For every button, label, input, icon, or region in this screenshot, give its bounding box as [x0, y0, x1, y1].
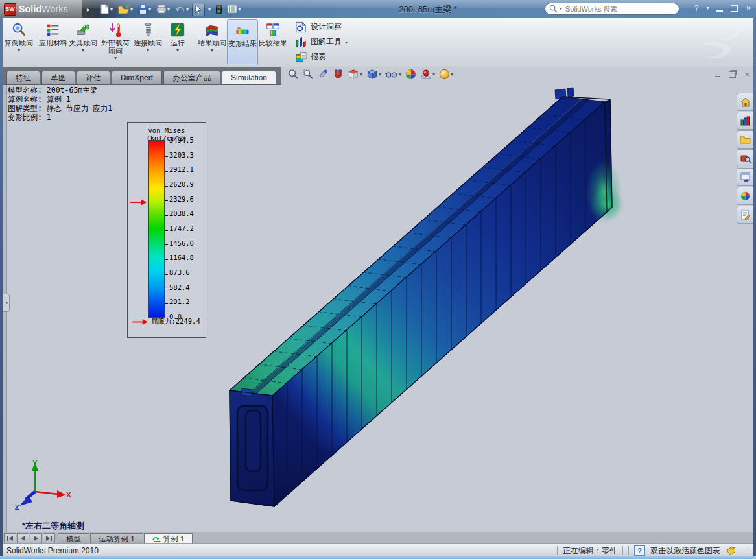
ribbon-button-fixtures-advisor[interactable]: 夹具顾问 ▾	[68, 19, 98, 65]
chevron-down-icon[interactable]: ▾	[176, 47, 179, 53]
ribbon-button-apply-material[interactable]: 应用材料	[38, 19, 68, 65]
model-name-line: 模型名称: 200t-65m主梁	[8, 86, 112, 95]
chevron-down-icon[interactable]: ▾	[148, 6, 151, 12]
chevron-down-icon[interactable]: ▾	[451, 71, 453, 77]
zoom-fit-button[interactable]	[288, 69, 299, 80]
chevron-down-icon[interactable]: ▾	[238, 6, 241, 12]
previous-tab-button[interactable]	[17, 533, 29, 543]
save-button[interactable]: ▾	[136, 3, 153, 16]
tab-simulation[interactable]: Simulation	[222, 71, 276, 84]
plot-header-info: 模型名称: 200t-65m主梁算例名称: 算例 1图解类型: 静态 节应力 应…	[8, 86, 112, 122]
solidworks-resources-button[interactable]	[737, 93, 753, 111]
ribbon-button-design-insight[interactable]: 设计洞察	[295, 21, 348, 33]
options-button[interactable]: ▾	[225, 3, 242, 15]
ribbon-button-results-advisor[interactable]: 结果顾问 ▾	[197, 19, 227, 65]
edit-appearance-button[interactable]	[405, 69, 416, 80]
chevron-down-icon[interactable]: ▾	[379, 71, 381, 77]
chevron-down-icon[interactable]: ▾	[706, 5, 709, 11]
chevron-down-icon[interactable]: ▾	[110, 6, 113, 12]
zoom-area-button[interactable]	[303, 69, 314, 80]
doc-tab-model[interactable]: 模型	[58, 533, 89, 544]
ribbon-button-label: 外部载荷顾问	[98, 39, 133, 54]
doc-tab-motion-study[interactable]: 运动算例 1	[90, 533, 143, 544]
ribbon-button-run[interactable]: 运行 ▾	[163, 19, 193, 65]
design-library-button[interactable]	[737, 112, 753, 130]
view-settings-icon	[439, 69, 450, 80]
minimize-button[interactable]	[716, 5, 723, 12]
legend-tick	[165, 186, 168, 187]
first-tab-button[interactable]	[4, 533, 16, 543]
tab-features[interactable]: 特征	[6, 71, 40, 84]
select-dropdown[interactable]: ▾	[206, 5, 213, 14]
tab-office-products[interactable]: 办公室产品	[163, 71, 220, 84]
doc-restore-button[interactable]	[729, 71, 736, 78]
new-document-button[interactable]: ▾	[98, 3, 115, 16]
file-explorer-button[interactable]	[737, 130, 753, 149]
print-button[interactable]: ▾	[154, 3, 172, 15]
solidworks-search-button[interactable]	[737, 149, 753, 167]
undo-button[interactable]: ▾	[173, 3, 191, 15]
splitter-handle[interactable]: ◂	[3, 294, 10, 312]
rebuild-button[interactable]	[214, 3, 224, 16]
resize-grip[interactable]: ⋰	[743, 547, 750, 554]
display-style-button[interactable]: ▾	[366, 69, 381, 80]
chevron-down-icon[interactable]: ▾	[345, 40, 348, 45]
fixtures-advisor-icon	[75, 21, 91, 38]
previous-view-button[interactable]	[318, 69, 329, 80]
ribbon-button-deformed-result[interactable]: 变形结果	[227, 19, 258, 65]
view-settings-button[interactable]: ▾	[439, 69, 453, 80]
section-view-button[interactable]	[333, 69, 344, 80]
chevron-down-icon[interactable]: ▾	[114, 55, 117, 61]
chevron-down-icon[interactable]: ▾	[399, 71, 401, 77]
apply-scene-button[interactable]: ▾	[420, 69, 435, 80]
doc-close-button[interactable]: ×	[744, 69, 750, 79]
ribbon-button-compare-results[interactable]: 比较结果	[258, 19, 288, 65]
chevron-down-icon[interactable]: ▾	[82, 47, 84, 53]
tab-evaluate[interactable]: 评估	[77, 71, 110, 84]
quick-tip-help-icon[interactable]: ?	[634, 545, 645, 556]
chevron-down-icon[interactable]: ▾	[130, 6, 133, 12]
legend-value: 2620.9	[169, 180, 204, 188]
ribbon-button-plot-tools[interactable]: 图解工具 ▾	[295, 36, 348, 48]
chevron-down-icon[interactable]: ▾	[18, 47, 20, 53]
ribbon-button-report[interactable]: 报表	[295, 51, 348, 63]
ribbon-button-external-loads-advisor[interactable]: 外部载荷顾问 ▾	[98, 19, 133, 65]
status-bar: SolidWorks Premium 2010 正在编辑：零件 ? 双击以激活颜…	[3, 543, 753, 557]
custom-properties-button[interactable]	[737, 206, 753, 224]
chevron-down-icon[interactable]: ▾	[360, 71, 362, 77]
tab-dimxpert[interactable]: DimXpert	[112, 71, 162, 84]
last-tab-button[interactable]	[43, 533, 55, 543]
chevron-down-icon[interactable]: ▾	[560, 6, 562, 12]
chevron-down-icon[interactable]: ▾	[186, 6, 189, 12]
chevron-down-icon[interactable]: ▾	[211, 47, 213, 53]
ribbon-button-connections-advisor[interactable]: 连接顾问 ▾	[133, 19, 163, 65]
heads-up-view-toolbar: ▾ ▾ ▾ ▾ ▾	[288, 69, 453, 80]
view-palette-button[interactable]	[737, 168, 753, 186]
view-orientation-button[interactable]: ▾	[348, 69, 362, 80]
next-tab-button[interactable]	[30, 533, 42, 543]
hide-show-items-button[interactable]: ▾	[385, 69, 401, 80]
stress-legend[interactable]: von Mises (kgf/cm^2) 3494.5 3203.3 2912.…	[127, 122, 206, 338]
appearances-scenes-button[interactable]	[737, 187, 753, 205]
maximize-button[interactable]	[731, 5, 738, 12]
search-box[interactable]: ▾	[545, 3, 679, 15]
tag-icon[interactable]	[726, 546, 735, 555]
graphics-viewport[interactable]: ◂ 模型名称: 200t-65m主梁算例名称: 算例 1图解类型: 静态 节应力…	[3, 83, 753, 532]
search-input[interactable]	[564, 5, 675, 14]
legend-value: 3494.5	[169, 136, 204, 144]
menu-expand-icon[interactable]: ▸	[87, 6, 90, 13]
help-button[interactable]: ?	[694, 4, 699, 13]
chevron-down-icon[interactable]: ▾	[147, 47, 149, 53]
chevron-down-icon[interactable]: ▾	[167, 6, 170, 12]
ribbon-button-label: 变形结果	[228, 40, 257, 47]
tab-sketch[interactable]: 草图	[41, 71, 75, 84]
close-button[interactable]: ×	[746, 3, 751, 13]
open-button[interactable]: ▾	[116, 3, 135, 16]
select-button[interactable]	[192, 3, 205, 16]
ribbon-button-study-advisor[interactable]: 算例顾问 ▾	[4, 19, 34, 65]
doc-tab-study-1[interactable]: 算例 1	[144, 533, 193, 544]
window-controls: ? ▾ ×	[694, 3, 751, 13]
beam-model[interactable]	[3, 83, 753, 532]
chevron-down-icon[interactable]: ▾	[432, 71, 435, 77]
doc-minimize-button[interactable]	[715, 71, 720, 77]
